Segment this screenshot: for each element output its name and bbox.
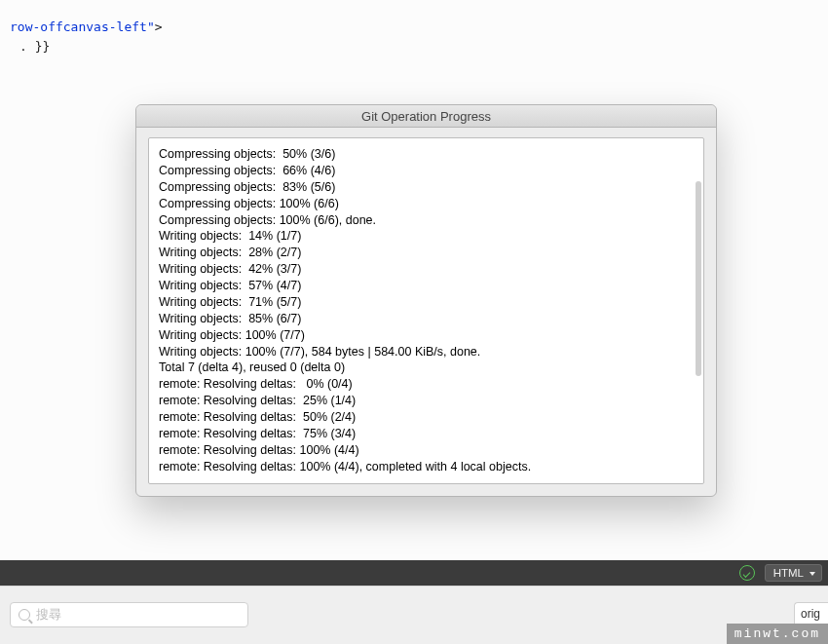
scrollbar-thumb[interactable] xyxy=(696,181,701,376)
log-output[interactable]: Compressing objects: 50% (3/6)Compressin… xyxy=(148,137,704,484)
log-line: Compressing objects: 100% (6/6) xyxy=(159,196,694,212)
log-line: Compressing objects: 100% (6/6), done. xyxy=(159,212,694,229)
right-field-text: orig xyxy=(801,607,820,621)
dialog-title: Git Operation Progress xyxy=(136,105,716,128)
log-line: Writing objects: 100% (7/7) xyxy=(159,327,694,344)
bottom-panel: 搜尋 orig xyxy=(0,586,828,644)
git-progress-dialog: Git Operation Progress Compressing objec… xyxy=(135,104,717,497)
log-line: Compressing objects: 83% (5/6) xyxy=(159,179,694,196)
log-line: Compressing objects: 50% (3/6) xyxy=(159,146,694,163)
log-line: remote: Resolving deltas: 100% (4/4) xyxy=(159,442,694,459)
log-line: remote: Resolving deltas: 75% (3/4) xyxy=(159,426,694,442)
status-bar: HTML xyxy=(0,560,828,586)
log-line: Writing objects: 85% (6/7) xyxy=(159,311,694,327)
editor-background-code: row-offcanvas-left"> . }} xyxy=(10,18,163,56)
log-line: Total 7 (delta 4), reused 0 (delta 0) xyxy=(159,360,694,376)
log-line: Writing objects: 71% (5/7) xyxy=(159,294,694,311)
log-line: remote: Resolving deltas: 100% (4/4), co… xyxy=(159,459,694,475)
log-line: Writing objects: 14% (1/7) xyxy=(159,228,694,245)
log-line: Writing objects: 100% (7/7), 584 bytes |… xyxy=(159,344,694,360)
code-token-end: > xyxy=(155,19,163,34)
status-ok-icon[interactable] xyxy=(739,565,755,581)
log-line: Compressing objects: 66% (4/6) xyxy=(159,163,694,179)
search-placeholder: 搜尋 xyxy=(36,606,61,624)
log-line: Writing objects: 57% (4/7) xyxy=(159,278,694,294)
code-line: . }} xyxy=(10,37,163,57)
log-line: remote: Resolving deltas: 50% (2/4) xyxy=(159,409,694,426)
language-selector[interactable]: HTML xyxy=(765,564,822,582)
log-line: remote: Resolving deltas: 25% (1/4) xyxy=(159,393,694,409)
log-line: Writing objects: 42% (3/7) xyxy=(159,261,694,278)
watermark: minwt.com xyxy=(727,624,828,644)
log-line: Writing objects: 28% (2/7) xyxy=(159,245,694,261)
search-input[interactable]: 搜尋 xyxy=(10,602,248,627)
language-label: HTML xyxy=(773,567,804,579)
log-line: remote: Resolving deltas: 0% (0/4) xyxy=(159,376,694,393)
search-icon xyxy=(19,609,30,621)
code-token: row-offcanvas-left" xyxy=(10,19,155,34)
dialog-body: Compressing objects: 50% (3/6)Compressin… xyxy=(136,128,716,496)
